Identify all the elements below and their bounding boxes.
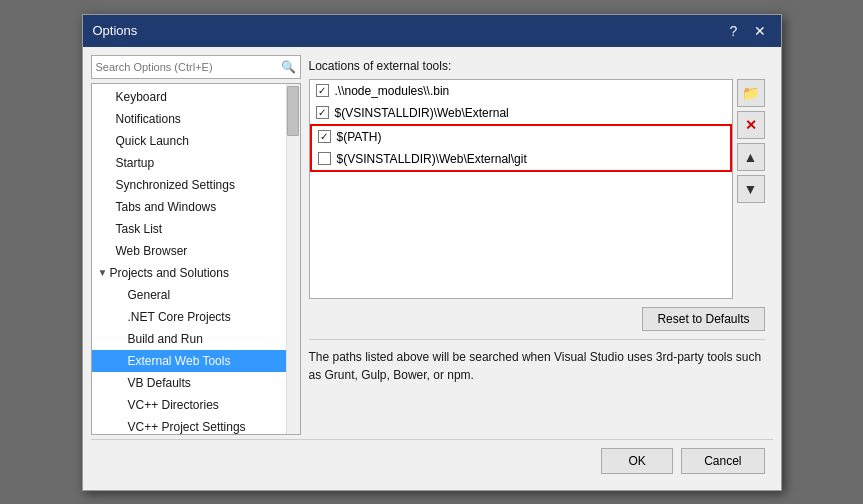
tools-buttons: 📁 ✕ ▲ ▼ — [737, 79, 765, 203]
description-area: The paths listed above will be searched … — [309, 339, 765, 384]
expand-icon: ▼ — [96, 264, 110, 282]
delete-button[interactable]: ✕ — [737, 111, 765, 139]
right-panel: Locations of external tools: .\\node_mod… — [301, 55, 773, 435]
tool-label-vsinstalldir-web-external: $(VSINSTALLDIR)\Web\External — [335, 106, 509, 120]
scrollbar-thumb[interactable] — [287, 86, 299, 136]
tools-area: .\\node_modules\\.bin $(VSINSTALLDIR)\We… — [309, 79, 765, 299]
tool-item-vsinstalldir-git[interactable]: $(VSINSTALLDIR)\Web\External\git — [312, 148, 730, 170]
delete-icon: ✕ — [745, 117, 757, 133]
sidebar-item-startup[interactable]: Startup — [92, 152, 300, 174]
search-box[interactable]: 🔍 — [91, 55, 301, 79]
title-bar: Options ? ✕ — [83, 15, 781, 47]
sidebar-item-notifications[interactable]: Notifications — [92, 108, 300, 130]
scrollbar-track[interactable] — [286, 84, 300, 434]
sidebar-item-general[interactable]: General — [92, 284, 300, 306]
dialog-body: 🔍 Keyboard Notifications Quick Launch St… — [83, 47, 781, 490]
dialog-title: Options — [93, 23, 138, 38]
move-down-button[interactable]: ▼ — [737, 175, 765, 203]
sidebar-item-quick-launch[interactable]: Quick Launch — [92, 130, 300, 152]
search-icon[interactable]: 🔍 — [281, 60, 296, 74]
sidebar-item-net-core-projects[interactable]: .NET Core Projects — [92, 306, 300, 328]
tool-label-node-modules: .\\node_modules\\.bin — [335, 84, 450, 98]
dialog-footer: OK Cancel — [91, 439, 773, 482]
sidebar-item-build-and-run[interactable]: Build and Run — [92, 328, 300, 350]
cancel-button[interactable]: Cancel — [681, 448, 764, 474]
sidebar-item-external-web-tools[interactable]: External Web Tools — [92, 350, 300, 372]
options-dialog: Options ? ✕ 🔍 Keyboard Notifications Qui… — [82, 14, 782, 491]
checkbox-vsinstalldir-web-external[interactable] — [316, 106, 329, 119]
sidebar-item-task-list[interactable]: Task List — [92, 218, 300, 240]
move-up-button[interactable]: ▲ — [737, 143, 765, 171]
sidebar-group-label: Projects and Solutions — [110, 264, 229, 282]
tree-container: Keyboard Notifications Quick Launch Star… — [91, 83, 301, 435]
checkbox-node-modules[interactable] — [316, 84, 329, 97]
sidebar-item-vb-defaults[interactable]: VB Defaults — [92, 372, 300, 394]
tools-list: .\\node_modules\\.bin $(VSINSTALLDIR)\We… — [309, 79, 733, 299]
tool-label-path: $(PATH) — [337, 130, 382, 144]
locations-header: Locations of external tools: — [309, 59, 765, 73]
folder-button[interactable]: 📁 — [737, 79, 765, 107]
reset-row: Reset to Defaults — [309, 307, 765, 331]
ok-button[interactable]: OK — [601, 448, 673, 474]
main-content: 🔍 Keyboard Notifications Quick Launch St… — [91, 55, 773, 435]
sidebar-item-vc-project-settings[interactable]: VC++ Project Settings — [92, 416, 300, 434]
highlighted-group: $(PATH) $(VSINSTALLDIR)\Web\External\git — [310, 124, 732, 172]
tool-item-node-modules[interactable]: .\\node_modules\\.bin — [310, 80, 732, 102]
tool-item-path[interactable]: $(PATH) — [312, 126, 730, 148]
left-panel: 🔍 Keyboard Notifications Quick Launch St… — [91, 55, 301, 435]
sidebar-item-tabs-and-windows[interactable]: Tabs and Windows — [92, 196, 300, 218]
sidebar-group-projects-and-solutions[interactable]: ▼ Projects and Solutions — [92, 262, 300, 284]
close-button[interactable]: ✕ — [749, 20, 771, 42]
tool-label-vsinstalldir-git: $(VSINSTALLDIR)\Web\External\git — [337, 152, 527, 166]
checkbox-vsinstalldir-git[interactable] — [318, 152, 331, 165]
help-button[interactable]: ? — [723, 20, 745, 42]
checkbox-path[interactable] — [318, 130, 331, 143]
search-input[interactable] — [96, 61, 281, 73]
sidebar-item-synchronized-settings[interactable]: Synchronized Settings — [92, 174, 300, 196]
sidebar-item-vc-directories[interactable]: VC++ Directories — [92, 394, 300, 416]
up-icon: ▲ — [744, 149, 758, 165]
folder-icon: 📁 — [742, 85, 759, 101]
title-bar-controls: ? ✕ — [723, 20, 771, 42]
sidebar-item-keyboard[interactable]: Keyboard — [92, 86, 300, 108]
sidebar-item-web-browser[interactable]: Web Browser — [92, 240, 300, 262]
down-icon: ▼ — [744, 181, 758, 197]
reset-to-defaults-button[interactable]: Reset to Defaults — [642, 307, 764, 331]
tree-scroll: Keyboard Notifications Quick Launch Star… — [92, 84, 300, 434]
tool-item-vsinstalldir-web-external[interactable]: $(VSINSTALLDIR)\Web\External — [310, 102, 732, 124]
